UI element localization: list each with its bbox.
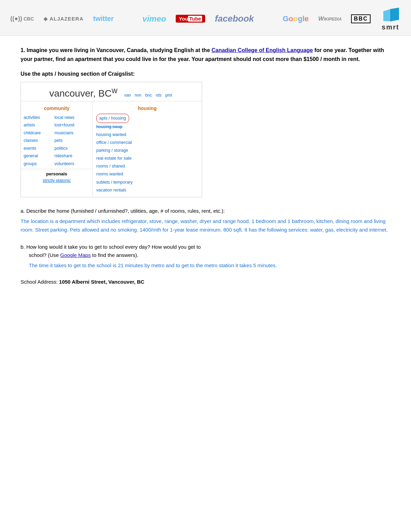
google-maps-link[interactable]: Google Maps [60,252,91,258]
facebook-logo: facebook [215,13,254,24]
cl-tab-bnc[interactable]: bnc [145,93,152,98]
vimeo-logo: vimeo [142,14,166,24]
part-a-answer: The location is a department which inclu… [21,217,390,234]
cl-link-real-estate[interactable]: real estate for sale [96,154,198,162]
cl-link-classes[interactable]: classes [24,137,54,145]
cl-link-local-news[interactable]: local news [54,114,92,122]
cl-columns: community activities local news artists … [21,101,202,197]
cl-community-col: community activities local news artists … [21,101,93,197]
cbc-logo: ((●)) CBC [10,15,34,22]
cl-link-artists[interactable]: artists [24,121,54,129]
part-b-q-line1: b. How long would it take you to get to … [21,244,201,250]
cl-link-lost-found[interactable]: lost+found [54,121,92,129]
cl-housing-swap: housing swap [96,124,122,129]
cl-link-rideshare[interactable]: rideshare [54,152,92,160]
cl-link-events[interactable]: events [24,145,54,152]
cl-header: vancouver, BCw van nvn bnc rds pml [21,82,202,101]
cl-personals-header: personals [21,169,92,178]
cl-city-text: vancouver, BC [49,88,112,99]
q1-text-before: Imagine you were living in Vancouver, Ca… [27,47,212,53]
cl-housing-links: apts / housing housing swap housing want… [93,114,202,194]
cl-link-rooms-wanted[interactable]: rooms wanted [96,170,198,178]
cl-link-parking-storage[interactable]: parking / storage [96,147,198,154]
ccel-link[interactable]: Canadian College of English Language [211,47,313,53]
aljazeera-logo: ◈ ALJAZEERA [43,16,84,22]
cl-link-office-commercial[interactable]: office / commercial [96,139,198,147]
svg-marker-2 [390,9,391,22]
svg-marker-1 [383,9,390,21]
cl-link-housing-wanted[interactable]: housing wanted [96,131,198,139]
school-address: School Address: 1050 Alberni Street, Van… [21,279,390,285]
craigslist-subheading: Use the apts / housing section of Craigs… [21,71,390,77]
cl-apts-housing-circled: apts / housing [96,114,129,123]
school-address-label: School Address: [21,279,58,285]
cl-link-general[interactable]: general [24,152,54,160]
cl-link-housing-swap[interactable]: housing swap [96,123,198,131]
craigslist-box: vancouver, BCw van nvn bnc rds pml commu… [21,82,202,197]
main-content: 1. Imagine you were living in Vancouver,… [0,36,411,298]
cl-link-musicians[interactable]: musicians [54,129,92,137]
google-logo: Google [283,14,309,23]
question-1-text: 1. Imagine you were living in Vancouver,… [21,46,390,63]
cl-tab-rds[interactable]: rds [156,93,162,98]
part-b-q-line2: school? (Use Google Maps to find the ans… [29,252,138,258]
q1-number: 1. [21,47,25,53]
part-a-question: a. Describe the home (furnished / unfurn… [21,207,390,215]
logo-group-center: vimeo YouTube facebook [142,13,254,24]
part-b-section: b. How long would it take you to get to … [21,243,390,270]
header-logos: ((●)) CBC ◈ ALJAZEERA twitter vimeo YouT… [0,0,411,36]
cl-link-strictly-platonic[interactable]: strictly platonic [43,178,71,183]
cl-link-activities[interactable]: activities [24,114,54,122]
svg-marker-0 [390,8,399,21]
logo-group-left: ((●)) CBC ◈ ALJAZEERA twitter [10,15,114,23]
cl-tab-pml[interactable]: pml [165,93,172,98]
logo-group-right: Google Wikipedia BBC smrt [283,6,401,31]
cl-city: vancouver, BCw [49,88,120,99]
cl-housing-header: housing [93,104,202,114]
cl-community-header: community [21,104,92,114]
cl-tab-nvn[interactable]: nvn [135,93,141,98]
youtube-logo: YouTube [176,15,205,23]
cl-link-pets[interactable]: pets [54,137,92,145]
bbc-logo: BBC [351,14,371,23]
cl-link-sublets[interactable]: sublets / temporary [96,178,198,186]
cl-community-grid: activities local news artists lost+found… [21,114,92,168]
smrt-logo: smrt [380,6,401,31]
twitter-logo: twitter [93,15,114,23]
cl-link-groups[interactable]: groups [24,160,54,168]
wikipedia-logo: Wikipedia [318,15,341,22]
cl-link-politics[interactable]: politics [54,145,92,152]
cl-link-childcare[interactable]: childcare [24,129,54,137]
cl-link-rooms-shared[interactable]: rooms / shared [96,162,198,170]
cl-strictly-platonic: strictly platonic [21,178,92,184]
smrt-book-icon [380,6,401,23]
cl-link-apts-housing[interactable]: apts / housing [96,114,198,123]
cl-link-volunteers[interactable]: volunteers [54,160,92,168]
cl-superscript: w [112,86,117,95]
part-b-answer: The time it takes to get to the school i… [29,261,390,270]
cl-tabs[interactable]: van nvn bnc rds pml [123,93,173,98]
smrt-text: smrt [382,23,399,31]
school-address-bold: 1050 Alberni Street, Vancouver, BC [59,279,145,285]
cl-link-vacation-rentals[interactable]: vacation rentals [96,186,198,194]
part-b-question: b. How long would it take you to get to … [21,243,390,259]
part-a-question-text: a. Describe the home (furnished / unfurn… [21,208,225,214]
part-a-section: a. Describe the home (furnished / unfurn… [21,207,390,234]
cl-housing-col: housing apts / housing housing swap hous… [93,101,202,197]
cl-tab-van[interactable]: van [124,93,131,98]
